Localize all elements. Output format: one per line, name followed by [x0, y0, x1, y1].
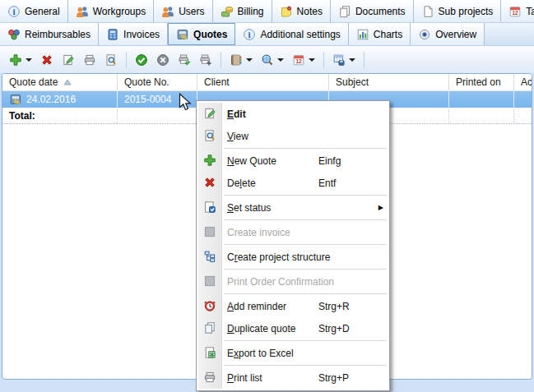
addressbook-icon — [230, 53, 243, 67]
tab-charts[interactable]: Charts — [349, 23, 411, 45]
toolbar: 12 — [0, 46, 534, 73]
tab-reimbursables[interactable]: Reimbursables — [0, 23, 99, 45]
menu-item-create-invoice: Create invoice — [197, 221, 389, 243]
mouse-cursor-icon — [179, 93, 193, 112]
preview-icon — [104, 53, 118, 67]
column-header-client[interactable]: Client — [197, 74, 329, 90]
column-header-quote-no[interactable]: Quote No. — [118, 74, 197, 90]
svg-text:12: 12 — [295, 58, 302, 64]
menu-item-export-to-excel[interactable]: XExport to Excel — [197, 342, 389, 364]
dropdown-arrow-icon[interactable] — [246, 58, 253, 62]
status-check-icon — [203, 201, 216, 214]
menu-item-create-project-structure[interactable]: Create project structure — [197, 246, 389, 268]
menu-item-shortcut: Strg+D — [318, 323, 350, 334]
disabled-square-icon — [203, 225, 216, 238]
row-cell-quote-date[interactable]: %24.02.2016 — [2, 91, 118, 108]
tab-general[interactable]: iGeneral — [0, 0, 68, 22]
calendar-icon: 12 — [292, 53, 305, 67]
toolbar-grid-save-button[interactable] — [328, 51, 360, 69]
menu-item-label: View — [227, 131, 248, 142]
charts-icon — [356, 28, 369, 41]
tab-row-main: iGeneralWorkgroupsUsersBillingNotesDocum… — [0, 0, 534, 23]
menu-item-label: New Quote — [227, 155, 276, 167]
column-header-printed-on[interactable]: Printed on — [449, 74, 514, 90]
column-header-acce[interactable]: Acce — [514, 74, 532, 90]
toolbar-print-check-button[interactable] — [174, 51, 195, 69]
tab-documents[interactable]: Documents — [331, 0, 414, 22]
toolbar-print-button[interactable] — [79, 51, 100, 69]
row-cell-acce[interactable] — [514, 91, 532, 108]
tab-label: Workgroups — [93, 6, 146, 17]
tab-additional-settings[interactable]: iAdditional settings — [235, 23, 348, 45]
menu-item-label: Edit — [227, 108, 246, 120]
delete-icon — [203, 176, 216, 189]
menu-item-duplicate-quote[interactable]: Duplicate quoteStrg+D — [197, 317, 389, 339]
menu-item-label: Create project structure — [227, 251, 330, 263]
tab-quotes[interactable]: %Quotes — [168, 23, 235, 45]
subproject-icon — [421, 5, 434, 18]
toolbar-delete-button[interactable] — [36, 51, 58, 69]
menu-item-view[interactable]: View — [197, 125, 389, 147]
menu-item-add-reminder[interactable]: Add reminderStrg+R — [197, 295, 389, 317]
tab-overview[interactable]: Overview — [411, 23, 485, 45]
toolbar-accept-button[interactable] — [131, 51, 152, 69]
info-icon: i — [7, 5, 21, 18]
menu-item-shortcut: Einfg — [318, 155, 341, 167]
tab-sub-projects[interactable]: Sub projects — [414, 0, 502, 22]
tab-label: Quotes — [193, 29, 227, 40]
tab-row-secondary: ReimbursablesInvoices%QuotesiAdditional … — [0, 23, 534, 46]
total-cell-printed-on — [449, 108, 514, 123]
toolbar-preview-button[interactable] — [100, 51, 122, 69]
add-icon — [203, 154, 216, 167]
tab-label: Reimbursables — [25, 29, 91, 40]
menu-item-delete[interactable]: DeleteEntf — [197, 172, 389, 194]
toolbar-print-add-button[interactable] — [195, 51, 216, 69]
menu-item-print-list[interactable]: Print listStrg+P — [197, 367, 389, 389]
tab-tasks[interactable]: 12Tasks — [501, 0, 534, 22]
dropdown-arrow-icon[interactable] — [26, 58, 32, 62]
column-header-quote-date[interactable]: Quote date — [2, 74, 118, 90]
menu-item-edit[interactable]: Edit — [197, 103, 389, 125]
toolbar-cancel-button[interactable] — [152, 51, 174, 69]
dropdown-arrow-icon[interactable] — [349, 58, 355, 62]
menu-separator — [224, 340, 387, 341]
toolbar-separator — [323, 52, 324, 68]
tab-label: General — [25, 6, 60, 17]
tab-notes[interactable]: Notes — [272, 0, 331, 22]
column-header-subject[interactable]: Subject — [329, 74, 449, 90]
toolbar-globe-search-button[interactable] — [257, 51, 288, 69]
tab-label: Overview — [435, 29, 476, 40]
preview-icon — [203, 129, 216, 142]
toolbar-addressbook-button[interactable] — [225, 51, 257, 69]
svg-text:i: i — [248, 30, 252, 39]
excel-icon: X — [203, 346, 216, 359]
tab-users[interactable]: Users — [154, 0, 212, 22]
reimbursables-icon — [7, 28, 21, 41]
menu-item-label: Set status — [227, 202, 271, 214]
print-icon — [83, 53, 96, 67]
tab-billing[interactable]: Billing — [213, 0, 272, 22]
menu-item-set-status[interactable]: Set status▶ — [197, 196, 389, 219]
app-window: { "tabs_row1": [ {"label":"General","ico… — [0, 0, 534, 392]
tab-label: Invoices — [123, 29, 160, 40]
users-icon — [161, 5, 174, 18]
menu-separator — [224, 219, 387, 220]
accept-icon — [135, 53, 148, 67]
menu-item-new-quote[interactable]: New QuoteEinfg — [197, 150, 389, 172]
toolbar-separator — [364, 52, 365, 68]
tasks-icon: 12 — [508, 5, 522, 18]
dropdown-arrow-icon[interactable] — [309, 58, 315, 62]
tab-invoices[interactable]: Invoices — [99, 23, 168, 45]
total-label: Total: — [9, 110, 35, 122]
toolbar-add-button[interactable] — [5, 51, 36, 69]
column-header-label: Printed on — [456, 76, 501, 88]
row-cell-printed-on[interactable] — [449, 91, 514, 108]
dropdown-arrow-icon[interactable] — [277, 58, 284, 62]
context-menu: EditViewNew QuoteEinfgDeleteEntfSet stat… — [196, 100, 390, 391]
tab-workgroups[interactable]: Workgroups — [68, 0, 154, 22]
submenu-arrow-icon: ▶ — [378, 204, 383, 211]
toolbar-calendar-button[interactable]: 12 — [288, 51, 319, 69]
toolbar-edit-button[interactable] — [58, 51, 79, 69]
grid-save-icon — [332, 53, 346, 67]
column-header-label: Quote No. — [124, 76, 169, 88]
